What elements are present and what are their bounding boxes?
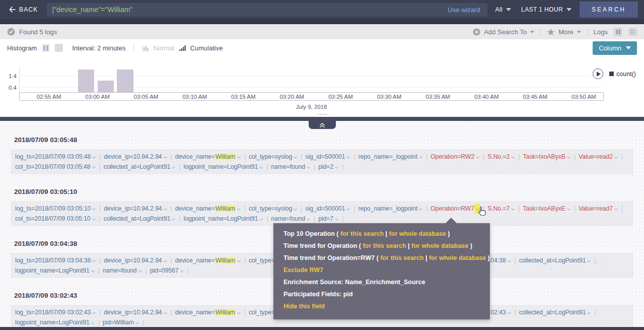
- field-dropdown-icon[interactable]: [236, 255, 241, 266]
- field-dropdown-icon[interactable]: [586, 307, 591, 317]
- field-dropdown-icon[interactable]: [90, 317, 95, 327]
- field-device_name[interactable]: device_name=William: [175, 257, 241, 264]
- field-dropdown-icon[interactable]: [305, 214, 311, 224]
- histogram-dots-view-button[interactable]: [55, 44, 63, 52]
- field-dropdown-icon[interactable]: [565, 152, 571, 162]
- field-dropdown-icon[interactable]: [91, 204, 96, 214]
- field-S.No.[interactable]: S.No.=2: [487, 153, 515, 160]
- field-dropdown-icon[interactable]: [179, 266, 184, 276]
- field-dropdown-icon[interactable]: [91, 152, 96, 162]
- field-dropdown-icon[interactable]: [474, 152, 480, 162]
- field-dropdown-icon[interactable]: [417, 204, 423, 214]
- field-dropdown-icon[interactable]: [292, 204, 298, 214]
- field-dropdown-icon[interactable]: [91, 255, 96, 266]
- popup-action[interactable]: Exclude RW7: [283, 267, 323, 274]
- back-button[interactable]: BACK: [6, 6, 41, 13]
- field-dropdown-icon[interactable]: [333, 162, 339, 172]
- field-device_ip[interactable]: device_ip=10.94.2.94: [104, 205, 167, 212]
- field-dropdown-icon[interactable]: [162, 204, 168, 214]
- field-collected_at[interactable]: collected_at=LogPoint91: [519, 257, 592, 264]
- field-device_name[interactable]: device_name=William: [175, 205, 241, 212]
- field-dropdown-icon[interactable]: [258, 162, 263, 172]
- field-dropdown-icon[interactable]: [345, 152, 350, 162]
- field-Task[interactable]: Task=IxoAByxB: [523, 153, 570, 160]
- popup-link[interactable]: for this search: [380, 254, 423, 261]
- field-name[interactable]: name=found: [271, 163, 311, 170]
- field-name[interactable]: name=found: [271, 215, 311, 222]
- chart-x-axis[interactable]: 02:55 AM03:00 AM03:05 AM03:10 AM03:15 AM…: [19, 92, 604, 101]
- field-repo_name[interactable]: repo_name=_logpoint: [359, 205, 423, 212]
- field-log_ts[interactable]: log_ts=2018/07/09 03:05:48: [15, 153, 96, 160]
- popup-link[interactable]: for whole database: [389, 230, 446, 237]
- search-query-input[interactable]: |"device_name"="William" Use wizard: [47, 3, 487, 17]
- field-logpoint_name[interactable]: logpoint_name=LogPoint91: [184, 163, 264, 170]
- field-repo_name[interactable]: repo_name=_logpoint: [359, 153, 423, 160]
- field-sig_id[interactable]: sig_id=500001: [305, 153, 350, 160]
- field-dropdown-icon[interactable]: [134, 317, 139, 327]
- field-dropdown-icon[interactable]: [236, 307, 241, 317]
- field-logpoint_name[interactable]: logpoint_name=LogPoint91: [15, 319, 95, 326]
- field-device_name[interactable]: device_name=William: [175, 309, 241, 316]
- normal-toggle[interactable]: Normal: [142, 44, 174, 52]
- field-Value[interactable]: Value=read2: [579, 153, 618, 160]
- field-dropdown-icon[interactable]: [345, 204, 350, 214]
- histogram-bar[interactable]: [78, 70, 94, 92]
- field-dropdown-icon[interactable]: [258, 214, 263, 224]
- popup-link[interactable]: for this search: [340, 230, 384, 237]
- field-collected_at[interactable]: collected_at=LogPoint91: [519, 309, 592, 316]
- field-dropdown-icon[interactable]: [91, 162, 96, 172]
- search-button[interactable]: SEARCH: [580, 2, 638, 18]
- field-logpoint_name[interactable]: logpoint_name=LogPoint91: [15, 267, 95, 274]
- field-dropdown-icon[interactable]: [586, 255, 591, 266]
- field-dropdown-icon[interactable]: [305, 162, 311, 172]
- field-device_name[interactable]: device_name=William: [175, 153, 241, 160]
- popup-link[interactable]: for whole database: [429, 254, 486, 261]
- field-pid[interactable]: pid=09567: [150, 267, 184, 274]
- field-dropdown-icon[interactable]: [565, 204, 571, 214]
- field-Operation[interactable]: Operation=RW2: [431, 153, 480, 160]
- field-collected_at[interactable]: collected_at=LogPoint91: [104, 163, 176, 170]
- repo-scope-dropdown[interactable]: All: [493, 6, 514, 13]
- field-dropdown-icon[interactable]: [417, 152, 423, 162]
- field-dropdown-icon[interactable]: [510, 152, 515, 162]
- histogram-bar[interactable]: [117, 70, 133, 92]
- popup-menu-item[interactable]: Exclude RW7: [273, 264, 490, 276]
- field-log_ts[interactable]: log_ts=2018/07/09 03:05:10: [15, 205, 96, 212]
- more-button[interactable]: More: [547, 28, 581, 36]
- field-col_type[interactable]: col_type=syslog: [249, 153, 298, 160]
- field-log_ts[interactable]: log_ts=2018/07/09 03:02:43: [15, 309, 96, 316]
- time-range-dropdown[interactable]: LAST 1 HOUR: [519, 6, 574, 13]
- popup-link[interactable]: for this search: [363, 242, 406, 249]
- collapse-panel-button[interactable]: [309, 121, 336, 129]
- field-device_ip[interactable]: device_ip=10.94.2.94: [104, 257, 167, 264]
- histogram-bar[interactable]: [98, 81, 114, 92]
- chart-type-dropdown[interactable]: Column: [593, 41, 637, 55]
- field-dropdown-icon[interactable]: [90, 266, 95, 276]
- histogram-bars-view-button[interactable]: [42, 44, 50, 52]
- field-sig_id[interactable]: sig_id=500001: [305, 205, 350, 212]
- popup-menu-item[interactable]: Hide this field: [273, 300, 490, 312]
- field-logpoint_name[interactable]: logpoint_name=LogPoint91: [184, 215, 264, 222]
- field-dropdown-icon[interactable]: [292, 152, 298, 162]
- field-dropdown-icon[interactable]: [162, 152, 168, 162]
- field-col_ts[interactable]: col_ts=2018/07/09 03:05:48: [15, 163, 96, 170]
- field-col_type[interactable]: col_type=syslog: [249, 205, 298, 212]
- field-dropdown-icon[interactable]: [170, 162, 176, 172]
- field-collected_at[interactable]: collected_at=LogPoint91: [104, 215, 176, 222]
- field-dropdown-icon[interactable]: [506, 307, 512, 317]
- field-pid[interactable]: pid=William: [103, 319, 139, 326]
- field-log_ts[interactable]: log_ts=2018/07/09 03:04:38: [15, 257, 96, 264]
- use-wizard-link[interactable]: Use wizard: [446, 6, 482, 14]
- grid-view-button[interactable]: [628, 28, 637, 36]
- field-Value[interactable]: Value=read7: [579, 205, 618, 212]
- popup-link[interactable]: for whole database: [411, 242, 468, 249]
- field-dropdown-icon[interactable]: [162, 255, 168, 266]
- field-dropdown-icon[interactable]: [170, 214, 176, 224]
- field-pid[interactable]: pid=2: [318, 163, 339, 170]
- list-view-button[interactable]: [614, 28, 622, 36]
- field-dropdown-icon[interactable]: [510, 204, 515, 214]
- field-dropdown-icon[interactable]: [613, 204, 618, 214]
- field-Operation[interactable]: Operation=RW7: [431, 205, 480, 212]
- field-device_ip[interactable]: device_ip=10.94.2.94: [104, 309, 167, 316]
- field-pid[interactable]: pid=7: [318, 215, 339, 222]
